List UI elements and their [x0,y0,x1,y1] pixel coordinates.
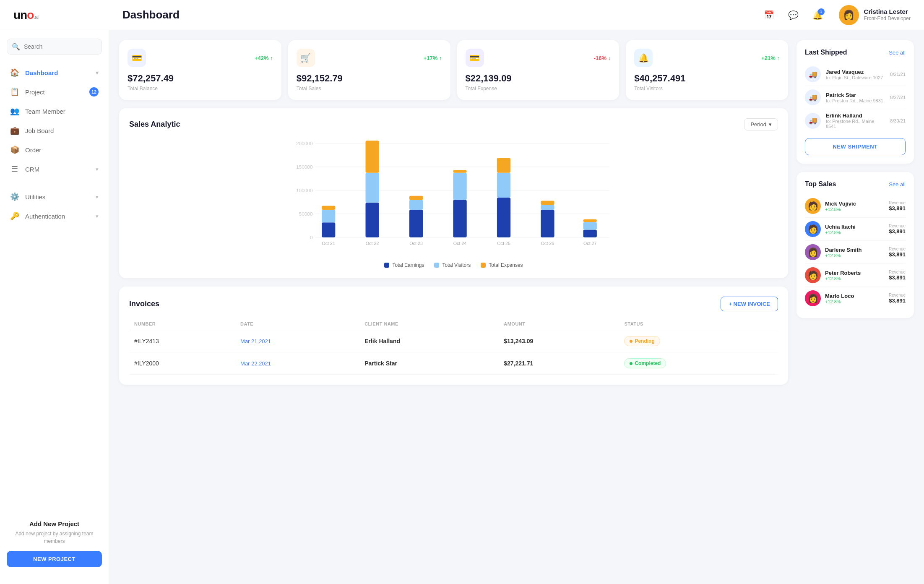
svg-text:200000: 200000 [296,141,313,146]
svg-rect-27 [497,173,510,198]
svg-rect-28 [497,158,510,173]
status-dot [630,340,632,343]
sidebar-item-project[interactable]: 📋 Project 12 [0,82,109,102]
legend-item-visitors: Total Visitors [434,262,471,268]
stat-card-expense: 💳 -16% ↓ $22,139.09 Total Expense [457,40,619,100]
stat-label-expense: Total Expense [466,86,611,91]
sales-info: Mick Vujivic +12.8% [825,201,885,212]
header-icons: 📅 💬 🔔 1 👩 Cristina Lester Front-End Deve… [761,5,911,25]
sales-change: +12.8% [825,230,885,235]
svg-rect-24 [453,170,466,172]
ship-name: Jared Vasquez [826,69,885,75]
top-sales-see-all[interactable]: See all [889,181,906,188]
new-shipment-button[interactable]: NEW SHIPMENT [805,138,906,155]
ship-info: Jared Vasquez to: Elgin St., Daleware 10… [826,69,885,80]
stat-cards: 💳 +42% ↑ $72,257.49 Total Balance 🛒 +17%… [119,40,788,100]
user-area: 👩 Cristina Lester Front-End Developer [839,5,911,25]
svg-text:100000: 100000 [296,188,313,193]
sidebar-item-label: Utilities [25,193,90,201]
stat-card-top: 💳 -16% ↓ [466,49,611,67]
stat-value-visitors: $40,257.491 [634,73,780,84]
stat-change-expense: -16% ↓ [594,55,611,61]
chart-card: Sales Analytic Period ▾ 200000 150000 10… [119,108,788,278]
svg-rect-22 [453,200,466,237]
stat-change-sales: +17% ↑ [424,55,442,61]
svg-text:Oct 23: Oct 23 [409,241,423,246]
table-row: #ILY2413 Mar 21,2021 Erlik Halland $13,2… [129,330,778,352]
legend-label-earnings: Total Earnings [392,262,424,268]
sales-item: 🧑 Mick Vujivic +12.8% Revenue $3,891 [805,195,906,218]
ship-address: to: Preston Rd., Maine 9831 [826,98,885,103]
svg-rect-12 [322,206,335,210]
sidebar-item-label: Project [25,89,83,96]
col-number: NUMBER [129,318,235,330]
revenue-label: Revenue [889,224,906,228]
utilities-icon: ⚙️ [10,192,19,201]
new-project-button[interactable]: NEW PROJECT [7,551,102,567]
invoice-number: #ILY2413 [129,330,235,352]
stat-card-top: 🔔 +21% ↑ [634,49,780,67]
last-shipped-see-all[interactable]: See all [889,50,906,56]
legend-label-expenses: Total Expenses [489,262,523,268]
sidebar-item-dashboard[interactable]: 🏠 Dashboard ▾ [0,63,109,82]
chevron-authentication-icon: ▾ [96,213,99,219]
message-button[interactable]: 💬 [785,7,802,23]
col-client-name: CLIENT NAME [359,318,499,330]
nav-divider-2 [0,226,109,234]
sales-revenue-area: Revenue $3,891 [889,224,906,235]
sales-info: Marlo Loco +12.8% [825,293,885,304]
sales-avatar: 🧑 [805,221,821,237]
chart-header: Sales Analytic Period ▾ [129,118,778,130]
sales-items: 🧑 Mick Vujivic +12.8% Revenue $3,891 🧑 U… [805,195,906,310]
shipped-items: 🚚 Jared Vasquez to: Elgin St., Daleware … [805,63,906,132]
user-role: Front-End Developer [864,16,911,22]
sales-info: Darlene Smith +12.8% [825,247,885,258]
nav-items-2: ⚙️ Utilities ▾ 🔑 Authentication ▾ [0,187,109,226]
stat-change-balance: +42% ↑ [255,55,273,61]
invoice-number: #ILY2000 [129,352,235,375]
notification-button[interactable]: 🔔 1 [809,7,826,23]
team-member-icon: 👥 [10,107,19,116]
add-project-desc: Add new project by assigning team member… [7,530,102,545]
revenue-value: $3,891 [889,251,906,258]
sidebar-item-label: Authentication [25,213,90,220]
ship-icon: 🚚 [805,113,821,129]
invoice-client: Partick Star [359,352,499,375]
search-input[interactable] [7,39,102,55]
new-invoice-button[interactable]: + NEW INVOICE [721,297,778,311]
stat-label-sales: Total Sales [297,86,442,91]
ship-name: Patrick Star [826,92,885,98]
sales-info: Peter Roberts +12.8% [825,270,885,281]
sidebar-item-authentication[interactable]: 🔑 Authentication ▾ [0,206,109,226]
sidebar-item-crm[interactable]: ☰ CRM ▾ [0,159,109,179]
svg-rect-10 [322,222,335,237]
sidebar-item-team-member[interactable]: 👥 Team Member [0,102,109,121]
stat-label-visitors: Total Visitors [634,86,780,91]
sidebar-item-label: Dashboard [25,69,90,76]
svg-rect-23 [453,173,466,200]
sidebar-item-job-board[interactable]: 💼 Job Board [0,121,109,140]
shipped-item: 🚚 Erlink Halland to: Prestone Rd., Maine… [805,109,906,132]
top-sales-header: Top Sales See all [805,180,906,188]
sidebar-item-utilities[interactable]: ⚙️ Utilities ▾ [0,187,109,206]
status-dot [630,362,632,365]
invoice-status: Completed [619,352,778,375]
col-amount: AMOUNT [499,318,619,330]
sidebar-item-order[interactable]: 📦 Order [0,140,109,159]
stat-card-top: 🛒 +17% ↑ [297,49,442,67]
svg-rect-19 [409,200,423,210]
stat-icon-expense: 💳 [466,49,484,67]
calendar-button[interactable]: 📅 [761,7,778,23]
sidebar-item-label: Order [25,146,99,154]
period-select[interactable]: Period ▾ [744,118,778,130]
sidebar-item-label: Job Board [25,127,99,134]
ship-icon: 🚚 [805,66,821,82]
svg-text:Oct 27: Oct 27 [583,241,597,246]
invoices-table-body: #ILY2413 Mar 21,2021 Erlik Halland $13,2… [129,330,778,375]
last-shipped-card: Last Shipped See all 🚚 Jared Vasquez to:… [796,40,914,164]
invoices-title: Invoices [129,300,159,308]
revenue-label: Revenue [889,201,906,205]
shipped-item: 🚚 Patrick Star to: Preston Rd., Maine 98… [805,86,906,109]
status-badge: Completed [624,358,666,368]
sales-change: +12.8% [825,299,885,304]
